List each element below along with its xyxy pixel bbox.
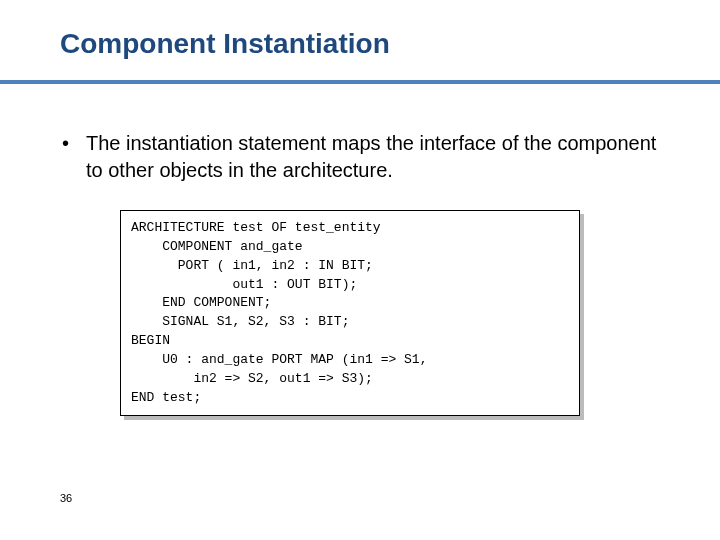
code-line: in2 => S2, out1 => S3); — [131, 371, 373, 386]
code-line: BEGIN — [131, 333, 170, 348]
bullet-text: The instantiation statement maps the int… — [86, 130, 672, 184]
code-block: ARCHITECTURE test OF test_entity COMPONE… — [120, 210, 580, 416]
code-line: SIGNAL S1, S2, S3 : BIT; — [131, 314, 349, 329]
slide-title: Component Instantiation — [60, 28, 672, 60]
code-line: END COMPONENT; — [131, 295, 271, 310]
code-line: PORT ( in1, in2 : IN BIT; — [131, 258, 373, 273]
title-underline — [0, 80, 720, 84]
slide: Component Instantiation • The instantiat… — [0, 0, 720, 540]
code-line: ARCHITECTURE test OF test_entity — [131, 220, 381, 235]
code-box: ARCHITECTURE test OF test_entity COMPONE… — [120, 210, 580, 416]
code-line: END test; — [131, 390, 201, 405]
bullet-item: • The instantiation statement maps the i… — [60, 130, 672, 184]
code-line: U0 : and_gate PORT MAP (in1 => S1, — [131, 352, 427, 367]
code-line: COMPONENT and_gate — [131, 239, 303, 254]
bullet-marker: • — [60, 130, 86, 157]
page-number: 36 — [60, 492, 72, 504]
code-line: out1 : OUT BIT); — [131, 277, 357, 292]
slide-content: • The instantiation statement maps the i… — [60, 130, 672, 416]
